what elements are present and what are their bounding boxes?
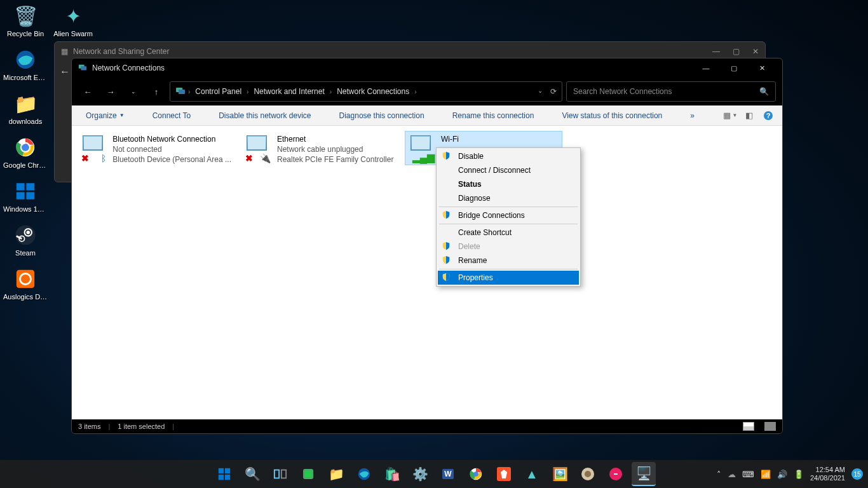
connection-ethernet[interactable]: ✖ 🔌 Ethernet Network cable unplugged Rea… [241, 131, 398, 168]
minimize-button[interactable]: — [692, 58, 720, 78]
svg-rect-5 [17, 183, 25, 190]
menu-separator [439, 224, 578, 224]
task-view-button[interactable] [268, 462, 292, 486]
refresh-button[interactable]: ⟳ [550, 87, 557, 96]
menu-item-properties[interactable]: Properties [438, 271, 579, 285]
bg-minimize-button[interactable]: — [712, 47, 720, 56]
connection-device: Realtek PCIe FE Family Controller [277, 154, 395, 165]
svg-text:W: W [444, 470, 452, 478]
svg-rect-19 [179, 90, 185, 94]
content-area[interactable]: ✖ ᛒ Bluetooth Network Connection Not con… [72, 126, 782, 419]
menu-item-diagnose[interactable]: Diagnose [438, 191, 579, 205]
start-button[interactable] [212, 462, 236, 486]
notifications-badge[interactable]: 15 [851, 468, 863, 480]
store-button[interactable]: 🛍️ [380, 462, 404, 486]
nav-back-button[interactable]: ← [78, 82, 97, 101]
breadcrumb-network-internet[interactable]: Network and Internet [251, 86, 327, 97]
window-controls: — ▢ ✕ [692, 58, 776, 78]
onedrive-icon[interactable]: ☁ [728, 470, 736, 479]
windows-icon [13, 179, 38, 204]
keyboard-icon[interactable]: ⌨ [742, 470, 754, 479]
disable-device-button[interactable]: Disable this network device [211, 108, 318, 123]
app3-button[interactable] [604, 462, 628, 486]
desktop-icon-edge[interactable]: Microsoft Edge [3, 47, 48, 81]
uac-shield-icon [442, 151, 452, 161]
preview-pane-button[interactable]: ◧ [742, 108, 757, 123]
brave-button[interactable] [492, 462, 516, 486]
help-button[interactable]: ? [761, 108, 776, 123]
bg-maximize-button[interactable]: ▢ [733, 47, 740, 56]
context-menu: DisableConnect / DisconnectStatusDiagnos… [436, 147, 581, 287]
nav-recent-dropdown[interactable]: ⌄ [124, 82, 143, 101]
close-button[interactable]: ✕ [748, 58, 776, 78]
control-panel-taskbar-button[interactable]: 🖥️ [632, 462, 656, 486]
chevron-right-icon: › [330, 88, 332, 95]
battery-icon[interactable]: 🔋 [794, 470, 804, 479]
connection-icon: ✖ ᛒ [80, 134, 107, 162]
nav-up-button[interactable]: ↑ [147, 82, 166, 101]
view-options-button[interactable]: ▦▼ [722, 108, 738, 123]
desktop-icon-chrome[interactable]: Google Chrome [3, 135, 48, 169]
desktop-icon-downloads[interactable]: 📁downloads [3, 91, 48, 125]
titlebar[interactable]: Network Connections — ▢ ✕ [72, 58, 782, 78]
app2-button[interactable] [576, 462, 600, 486]
menu-item-bridge-connections[interactable]: Bridge Connections [438, 208, 579, 222]
widgets-button[interactable] [296, 462, 320, 486]
connect-to-button[interactable]: Connect To [145, 108, 199, 123]
settings-button[interactable]: ⚙️ [408, 462, 432, 486]
organize-button[interactable]: Organize▼ [78, 108, 132, 123]
desktop-icon-auslogics[interactable]: Auslogics Driver U... [3, 266, 48, 301]
search-icon[interactable]: 🔍 [759, 87, 769, 96]
wifi-signal-icon: ▂▄▆ [412, 151, 435, 163]
desktop-icon-alien-swarm[interactable]: ✦Alien Swarm [51, 3, 95, 37]
bg-close-button[interactable]: ✕ [752, 47, 759, 56]
svg-rect-6 [26, 183, 34, 190]
menu-item-rename[interactable]: Rename [438, 254, 579, 268]
chrome-icon [13, 135, 38, 160]
desktop-icon-win-update[interactable]: Windows 10 Update As... [3, 179, 48, 213]
navbar: ← → ⌄ ↑ › Control Panel › Network and In… [72, 78, 782, 105]
maximize-button[interactable]: ▢ [720, 58, 748, 78]
address-dropdown-icon[interactable]: ⌄ [538, 87, 543, 96]
search-button[interactable]: 🔍 [240, 462, 264, 486]
connection-bluetooth[interactable]: ✖ ᛒ Bluetooth Network Connection Not con… [77, 131, 234, 168]
clock[interactable]: 12:54 AM 24/08/2021 [810, 466, 845, 482]
error-icon: ✖ [81, 153, 89, 163]
desktop-icon-steam[interactable]: Steam [3, 222, 48, 257]
chevron-right-icon: › [247, 88, 248, 95]
taskbar[interactable]: 🔍 📁 🛍️ ⚙️ W ▲ 🖼️ 🖥️ ˄ ☁ ⌨ 📶 🔊 🔋 12:54 AM… [0, 460, 868, 488]
window-icon [78, 63, 87, 74]
details-view-button[interactable] [743, 422, 754, 431]
svg-point-34 [473, 471, 478, 476]
svg-rect-7 [17, 192, 25, 199]
menu-item-status[interactable]: Status [438, 177, 579, 191]
search-input[interactable]: Search Network Connections 🔍 [566, 81, 776, 102]
breadcrumb-network-connections[interactable]: Network Connections [334, 86, 412, 97]
tray-overflow-button[interactable]: ˄ [717, 470, 721, 479]
taskbar-center: 🔍 📁 🛍️ ⚙️ W ▲ 🖼️ 🖥️ [212, 462, 656, 486]
menu-item-create-shortcut[interactable]: Create Shortcut [438, 226, 579, 240]
rename-connection-button[interactable]: Rename this connection [445, 108, 542, 123]
diagnose-button[interactable]: Diagnose this connection [332, 108, 432, 123]
wifi-tray-icon[interactable]: 📶 [761, 470, 771, 479]
svg-rect-29 [305, 471, 311, 477]
photos-button[interactable]: 🖼️ [548, 462, 572, 486]
volume-icon[interactable]: 🔊 [777, 470, 787, 479]
svg-point-37 [585, 471, 591, 477]
nav-forward-button[interactable]: → [101, 82, 120, 101]
breadcrumb-control-panel[interactable]: Control Panel [193, 86, 244, 97]
auslogics-icon [13, 266, 38, 292]
menu-item-connect-disconnect[interactable]: Connect / Disconnect [438, 163, 579, 177]
address-bar[interactable]: › Control Panel › Network and Internet ›… [170, 81, 562, 102]
app-icon-button[interactable]: ▲ [520, 462, 544, 486]
toolbar: Organize▼ Connect To Disable this networ… [72, 105, 782, 126]
view-status-button[interactable]: View status of this connection [554, 108, 670, 123]
edge-taskbar-button[interactable] [352, 462, 376, 486]
toolbar-overflow-button[interactable]: » [682, 108, 702, 123]
chrome-taskbar-button[interactable] [464, 462, 488, 486]
explorer-button[interactable]: 📁 [324, 462, 348, 486]
desktop-icon-recyclebin[interactable]: 🗑️Recycle Bin [3, 3, 48, 37]
menu-item-disable[interactable]: Disable [438, 149, 579, 163]
large-icons-view-button[interactable] [764, 422, 776, 431]
word-button[interactable]: W [436, 462, 460, 486]
